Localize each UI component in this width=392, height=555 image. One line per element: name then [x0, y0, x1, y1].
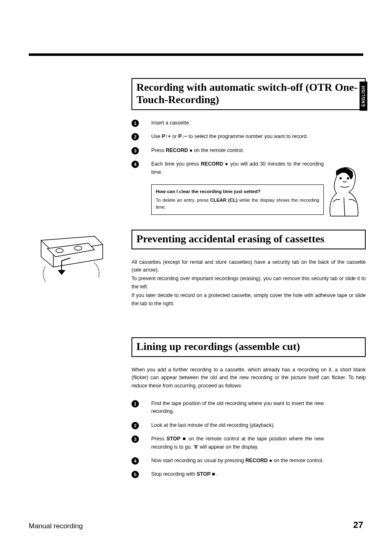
para: To prevent recording over important reco…: [131, 275, 366, 291]
para: All cassettes (except for rental and sto…: [131, 258, 366, 274]
step-bullet: 2: [131, 133, 139, 140]
stop-icon: ■: [212, 471, 215, 477]
button-label: RECORD: [166, 147, 188, 153]
section-title-otr: Recording with automatic switch-off (OTR…: [131, 78, 366, 110]
footer-section-title: Manual recording: [29, 522, 83, 530]
step-bullet: 3: [131, 147, 139, 154]
record-icon: ●: [225, 161, 228, 167]
cassette-illustration: [37, 234, 107, 288]
arrow-down-minus-icon: ↓−: [182, 134, 187, 139]
t: Press: [151, 436, 166, 442]
info-question: How can I clear the recording time just …: [156, 188, 319, 195]
section-title-erase: Preventing accidental erasing of cassett…: [131, 230, 366, 249]
step-bullet: 1: [131, 120, 139, 127]
step-bullet: 4: [131, 161, 139, 168]
t: Each time you press: [151, 161, 201, 167]
step-text: Find the tape position of the old record…: [151, 400, 324, 416]
step-bullet: 3: [131, 435, 139, 443]
step-row: 3 Press RECORD ● on the remote control.: [131, 147, 366, 154]
record-icon: ●: [189, 147, 193, 153]
step-row: 1 Find the tape position of the old reco…: [131, 400, 366, 416]
t: on the remote control.: [194, 147, 244, 153]
svg-point-2: [340, 177, 341, 179]
t: Press: [151, 147, 166, 153]
step-row: 1 Insert a cassette.: [131, 119, 366, 127]
button-label: P: [178, 134, 182, 139]
button-label: P: [162, 134, 165, 139]
step-row: 4 Now start recording as usual by pressi…: [131, 457, 366, 465]
button-label: RECORD: [245, 458, 267, 463]
stop-icon: ■: [182, 436, 186, 442]
para: When you add a further recording to a ca…: [131, 366, 366, 390]
step-row: 3 Press STOP ■ on the remote control at …: [131, 435, 366, 451]
paragraph-block: When you add a further recording to a ca…: [131, 366, 366, 390]
t: to select the programme number you want …: [189, 134, 308, 139]
para: If you later decide to record on a prote…: [131, 292, 366, 308]
t: on the remote control.: [274, 458, 324, 463]
step-bullet: 5: [131, 471, 139, 478]
main-content: Recording with automatic switch-off (OTR…: [131, 78, 366, 479]
t: .: [217, 471, 218, 477]
button-label: STOP: [196, 471, 210, 477]
step-text: Stop recording with STOP ■ .: [151, 470, 218, 478]
step-text: Press STOP ■ on the remote control at th…: [151, 435, 324, 451]
footer-page-number: 27: [353, 520, 363, 530]
button-label: CLEAR (CL): [210, 198, 238, 203]
step-bullet: 2: [131, 422, 139, 429]
step-bullet: 4: [131, 457, 139, 465]
button-label: RECORD: [201, 161, 223, 167]
step-row: 5 Stop recording with STOP ■ .: [131, 470, 366, 478]
person-illustration: [328, 163, 361, 220]
section-title-assemble: Lining up recordings (assemble cut): [131, 337, 366, 357]
step-text: Use P↑+ or P↓− to select the programme n…: [151, 133, 308, 140]
step-text: Insert a cassette.: [151, 119, 190, 127]
paragraph-block: All cassettes (except for rental and sto…: [131, 258, 366, 308]
t: ' will appear on the display.: [197, 444, 258, 450]
t: Now start recording as usual by pressing: [151, 458, 245, 463]
step-text: Look at the last minute of the old recor…: [151, 421, 275, 429]
step-text: Now start recording as usual by pressing…: [151, 457, 324, 465]
step-row: 2 Look at the last minute of the old rec…: [131, 421, 366, 429]
arrow-up-plus-icon: ↑+: [165, 134, 171, 139]
step-row: 2 Use P↑+ or P↓− to select the programme…: [131, 133, 366, 140]
info-box: How can I clear the recording time just …: [151, 184, 324, 215]
step-text: Press RECORD ● on the remote control.: [151, 147, 244, 154]
svg-point-3: [347, 177, 349, 179]
top-rule: [29, 53, 363, 56]
page-footer: Manual recording 27: [29, 520, 363, 530]
button-label: STOP: [166, 436, 180, 442]
t: To delete an entry, press: [156, 198, 210, 203]
step-bullet: 1: [131, 400, 139, 408]
t: or: [172, 134, 178, 139]
t: Use: [151, 134, 162, 139]
t: Stop recording with: [151, 471, 196, 477]
step-text: Each time you press RECORD ● you will ad…: [151, 160, 324, 176]
record-icon: ●: [269, 458, 272, 463]
language-tab: ENGLISH: [360, 81, 367, 111]
